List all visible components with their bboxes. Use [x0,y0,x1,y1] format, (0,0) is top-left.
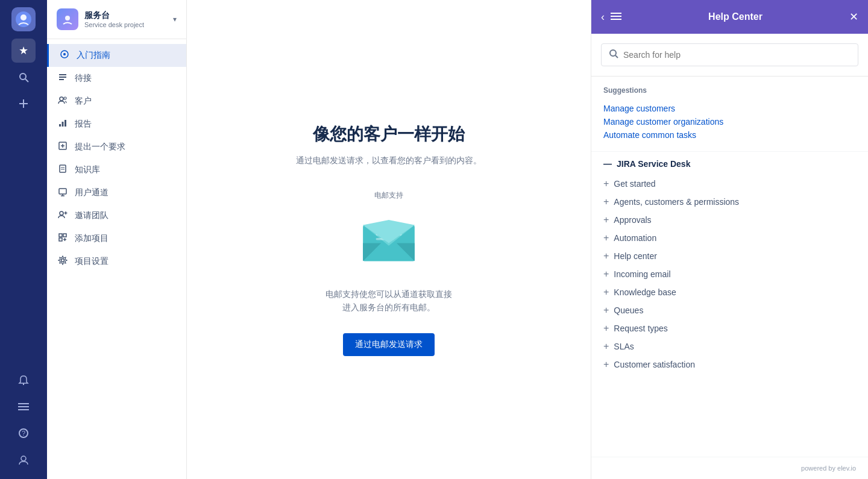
svg-point-41 [61,259,64,262]
svg-point-53 [610,50,616,56]
back-button[interactable]: ‹ [601,11,605,23]
jira-item-label: Get started [614,179,655,189]
help-body: Suggestions Manage customers Manage cust… [591,77,868,457]
svg-rect-23 [64,120,66,127]
main-content: 像您的客户一样开始 通过电邮发送请求，以查看您的客户看到的内容。 电邮支持 电邮… [187,0,591,479]
sidebar-item-customers[interactable]: 客户 [47,90,186,113]
jira-item-customer-satisfaction[interactable]: + Customer satisfaction [603,355,856,374]
jira-item-automation[interactable]: + Automation [603,229,856,247]
svg-point-33 [60,211,63,215]
jira-item-knowledge-base[interactable]: + Knowledge base [603,283,856,301]
plus-icon: + [603,251,609,261]
sidebar: 服务台 Service desk project ▾ 入门指南 待接 客户 [47,0,187,479]
icon-rail: ★ ? [0,0,47,479]
jira-item-slas[interactable]: + SLAs [603,337,856,355]
queues-icon [57,72,69,84]
favorites-icon[interactable]: ★ [11,39,36,63]
jira-item-help-center[interactable]: + Help center [603,247,856,265]
user-rail-icon[interactable] [11,448,36,472]
plus-icon: + [603,196,609,207]
plus-icon: + [603,233,609,243]
svg-line-54 [615,55,618,58]
svg-point-20 [64,97,66,99]
jira-item-label: Agents, customers & permissions [614,197,739,207]
jira-item-label: Approvals [614,215,651,225]
create-rail-icon[interactable] [11,92,36,116]
jira-item-approvals[interactable]: + Approvals [603,211,856,229]
svg-rect-38 [59,238,62,241]
notification-rail-icon[interactable] [11,368,36,392]
raise-request-icon [57,141,69,153]
customer-channels-icon [57,187,69,199]
search-input[interactable] [623,50,851,60]
sidebar-item-reports[interactable]: 报告 [47,113,186,136]
plus-icon: + [603,287,609,298]
sidebar-item-queues[interactable]: 待接 [47,67,186,90]
jira-section-title: JIRA Service Desk [617,159,690,169]
sidebar-item-getting-started[interactable]: 入门指南 [47,44,186,67]
jira-item-label: Customer satisfaction [614,360,695,369]
suggestion-link-automate[interactable]: Automate common tasks [603,128,856,142]
sidebar-item-label: 知识库 [75,164,100,175]
knowledge-base-icon [57,164,69,176]
send-email-button[interactable]: 通过电邮发送请求 [343,333,435,356]
svg-rect-37 [63,234,66,237]
sidebar-item-customer-channels[interactable]: 用户通道 [47,181,186,204]
jira-item-label: Automation [614,233,656,243]
chevron-down-icon[interactable]: ▾ [173,15,177,23]
sidebar-item-project-settings[interactable]: 项目设置 [47,250,186,273]
jira-item-request-types[interactable]: + Request types [603,319,856,337]
svg-rect-17 [59,77,66,78]
svg-point-19 [60,97,63,101]
sidebar-item-label: 项目设置 [75,256,108,267]
sidebar-nav: 入门指南 待接 客户 报告 提出一个要求 [47,39,186,479]
email-illustration: 电邮支持 [353,190,425,268]
help-search [591,34,868,77]
page-subtitle: 通过电邮发送请求，以查看您的客户看到的内容。 [296,155,482,166]
search-rail-icon[interactable] [11,65,36,89]
envelope-illustration [353,208,425,268]
svg-rect-36 [59,234,62,237]
close-button[interactable]: ✕ [849,10,858,23]
svg-point-13 [65,16,70,20]
plus-icon: + [603,269,609,280]
sidebar-header: 服务台 Service desk project ▾ [47,0,186,39]
sidebar-item-invite-team[interactable]: 邀请团队 [47,204,186,227]
sidebar-item-label: 待接 [75,73,92,84]
project-info: 服务台 Service desk project [84,10,167,28]
svg-rect-30 [59,189,66,194]
jira-section-header[interactable]: — JIRA Service Desk [603,159,856,169]
app-logo [11,7,36,31]
invite-team-icon [57,210,69,222]
jira-item-incoming-email[interactable]: + Incoming email [603,265,856,283]
help-header: ‹ Help Center ✕ [591,0,868,34]
svg-point-1 [20,14,27,20]
svg-rect-22 [62,122,64,127]
add-item-icon [57,233,69,245]
jira-item-agents[interactable]: + Agents, customers & permissions [603,193,856,211]
suggestion-link-manage-customers[interactable]: Manage customers [603,102,856,115]
suggestion-link-manage-orgs[interactable]: Manage customer organizations [603,115,856,128]
svg-rect-27 [60,165,66,172]
menu-rail-icon[interactable] [11,395,36,419]
customers-icon [57,95,69,107]
getting-started-icon [58,49,71,61]
svg-point-2 [20,74,26,80]
plus-icon: + [603,214,609,225]
project-settings-icon [57,255,69,268]
svg-rect-18 [59,79,64,80]
sidebar-item-label: 客户 [75,96,92,107]
plus-icon: + [603,341,609,352]
plus-icon: + [603,178,609,189]
jira-item-label: SLAs [614,342,634,351]
main-description: 电邮支持使您可以从通道获取直接 进入服务台的所有电邮。 [326,287,452,315]
jira-item-queues[interactable]: + Queues [603,301,856,319]
sidebar-item-add-item[interactable]: 添加项目 [47,227,186,250]
menu-button[interactable] [611,11,621,23]
help-rail-icon[interactable]: ? [11,421,36,445]
plus-icon: + [603,323,609,334]
suggestions-title: Suggestions [603,86,856,95]
sidebar-item-knowledge-base[interactable]: 知识库 [47,158,186,181]
sidebar-item-raise-request[interactable]: 提出一个要求 [47,136,186,158]
jira-item-get-started[interactable]: + Get started [603,175,856,193]
